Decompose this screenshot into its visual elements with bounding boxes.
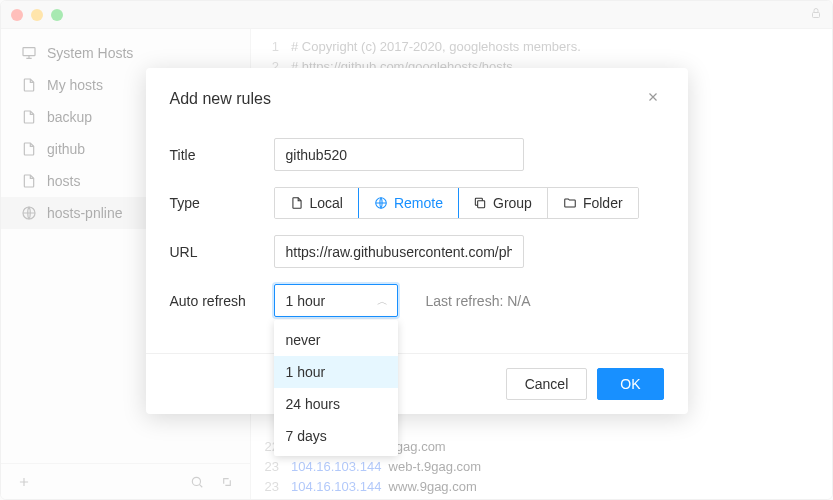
file-icon: [290, 196, 304, 210]
modal-body: Title Type Local Remote: [146, 130, 688, 353]
type-option-group[interactable]: Group: [458, 188, 548, 218]
refresh-option-never[interactable]: never: [274, 324, 398, 356]
modal-close-button[interactable]: [642, 86, 664, 112]
refresh-dropdown: never 1 hour 24 hours 7 days: [274, 320, 398, 456]
type-option-remote[interactable]: Remote: [358, 187, 459, 219]
folder-icon: [563, 196, 577, 210]
url-row: URL: [170, 235, 664, 268]
type-option-folder[interactable]: Folder: [548, 188, 638, 218]
refresh-select-value[interactable]: 1 hour: [274, 284, 398, 317]
cancel-button[interactable]: Cancel: [506, 368, 588, 400]
refresh-select[interactable]: 1 hour ︿ never 1 hour 24 hours 7 days: [274, 284, 398, 317]
modal-header: Add new rules: [146, 68, 688, 130]
svg-rect-5: [478, 201, 485, 208]
last-refresh-info: Last refresh: N/A: [426, 293, 531, 309]
title-row: Title: [170, 138, 664, 171]
refresh-option-7days[interactable]: 7 days: [274, 420, 398, 452]
modal-title: Add new rules: [170, 90, 271, 108]
type-segmented: Local Remote Group Folder: [274, 187, 639, 219]
modal-footer: Cancel OK: [146, 353, 688, 414]
modal-overlay: Add new rules Title Type Local: [0, 0, 833, 500]
copy-icon: [473, 196, 487, 210]
title-label: Title: [170, 147, 274, 163]
refresh-option-1hour[interactable]: 1 hour: [274, 356, 398, 388]
title-input[interactable]: [274, 138, 524, 171]
type-option-local[interactable]: Local: [275, 188, 359, 218]
type-label: Type: [170, 195, 274, 211]
ok-button[interactable]: OK: [597, 368, 663, 400]
url-label: URL: [170, 244, 274, 260]
refresh-option-24hours[interactable]: 24 hours: [274, 388, 398, 420]
type-row: Type Local Remote Group: [170, 187, 664, 219]
auto-refresh-row: Auto refresh 1 hour ︿ never 1 hour 24 ho…: [170, 284, 664, 317]
auto-refresh-label: Auto refresh: [170, 293, 274, 309]
globe-icon: [374, 196, 388, 210]
url-input[interactable]: [274, 235, 524, 268]
add-rules-modal: Add new rules Title Type Local: [146, 68, 688, 414]
